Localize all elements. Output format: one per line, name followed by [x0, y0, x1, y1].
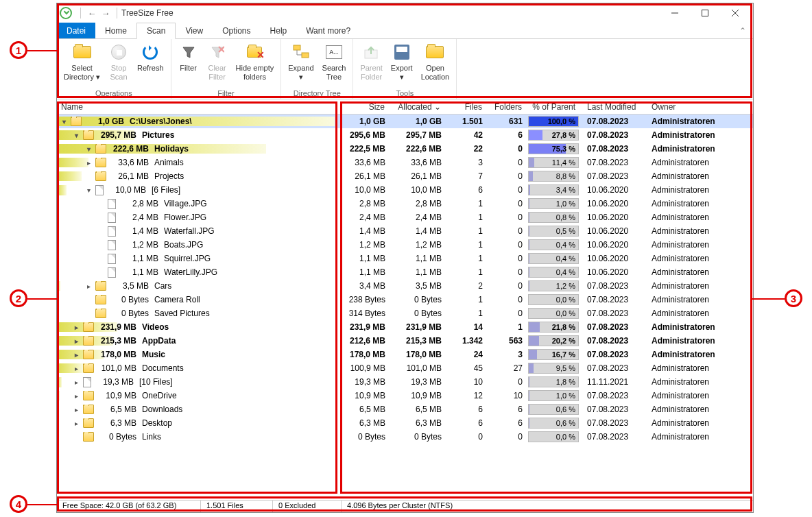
row-percent: 0,4 % — [527, 239, 580, 251]
row-allocated: 26,1 MB — [390, 171, 446, 181]
clear-filter-button[interactable]: ClearFilter — [203, 40, 232, 83]
menu-scan[interactable]: Scan — [136, 23, 176, 39]
parent-folder-button[interactable]: ParentFolder — [356, 40, 386, 83]
col-owner[interactable]: Owner — [645, 101, 741, 114]
menu-home[interactable]: Home — [95, 23, 136, 38]
menu-help[interactable]: Help — [261, 23, 297, 38]
expand-chevron[interactable]: ▸ — [72, 324, 80, 331]
tree-row[interactable]: ▾ 295,7 MB Pictures 295,6 MB 295,7 MB 42… — [57, 128, 753, 142]
expand-chevron[interactable]: ▸ — [84, 159, 93, 167]
stop-scan-button[interactable]: StopScan — [104, 40, 133, 83]
select-directory-button[interactable]: SelectDirectory ▾ — [60, 40, 104, 83]
expand-chevron[interactable]: ▸ — [72, 406, 80, 413]
content-area: Name Size Allocated ⌄ Files Folders % of… — [57, 101, 753, 498]
expand-chevron[interactable]: ▸ — [72, 392, 80, 400]
ribbon-collapse-button[interactable]: ⌃ — [732, 23, 753, 38]
expand-button[interactable]: Expand▾ — [284, 40, 318, 83]
tree-row[interactable]: ▸ 10,9 MB OneDrive 10,9 MB 10,9 MB 12 10… — [57, 389, 753, 402]
row-size-label: 1,0 GB — [86, 117, 124, 126]
hide-empty-button[interactable]: ✕Hide emptyfolders — [232, 40, 278, 83]
row-allocated: 1,0 GB — [390, 117, 446, 126]
tree-row[interactable]: ▸ 231,9 MB Videos 231,9 MB 231,9 MB 14 1… — [57, 320, 753, 334]
tree-row[interactable]: ▸ 178,0 MB Music 178,0 MB 178,0 MB 24 3 … — [57, 348, 753, 361]
minimize-button[interactable] — [660, 3, 690, 23]
col-files[interactable]: Files — [446, 101, 487, 114]
row-folders: 631 — [487, 117, 527, 126]
menu-file[interactable]: Datei — [57, 23, 95, 38]
col-percent[interactable]: % of Parent ... — [527, 101, 580, 114]
tree-row[interactable]: ▸ 6,5 MB Downloads 6,5 MB 6,5 MB 6 6 0,6… — [57, 402, 753, 416]
tree-row[interactable]: 0 Bytes Camera Roll 238 Bytes 0 Bytes 1 … — [57, 293, 753, 306]
tree-row[interactable]: 0 Bytes Links 0 Bytes 0 Bytes 0 0 0,0 % … — [57, 430, 753, 444]
col-size[interactable]: Size — [335, 101, 390, 114]
expand-chevron[interactable]: ▸ — [72, 351, 80, 359]
row-size-label: 6,5 MB — [98, 405, 136, 414]
export-button[interactable]: Export▾ — [387, 40, 417, 83]
tree-row[interactable]: ▾ 222,6 MB Holidays 222,5 MB 222,6 MB 22… — [57, 142, 753, 156]
tree-row[interactable]: 2,8 MB Village.JPG 2,8 MB 2,8 MB 1 0 1,0… — [57, 197, 753, 211]
expand-chevron[interactable]: ▸ — [84, 282, 93, 290]
folder-icon — [83, 405, 94, 414]
maximize-button[interactable] — [690, 3, 720, 23]
row-allocated: 0 Bytes — [390, 295, 446, 304]
app-window: ← → TreeSize Free Datei Home Scan View O… — [56, 3, 754, 513]
expand-chevron[interactable]: ▾ — [72, 132, 80, 139]
tree-row[interactable]: 0 Bytes Saved Pictures 314 Bytes 0 Bytes… — [57, 306, 753, 320]
row-percent: 0,4 % — [527, 266, 580, 278]
row-size: 2,8 MB — [335, 199, 390, 208]
menu-options[interactable]: Options — [213, 23, 260, 38]
menu-wantmore[interactable]: Want more? — [296, 23, 360, 38]
row-folders: 27 — [487, 363, 527, 373]
expand-chevron[interactable]: ▸ — [72, 337, 80, 345]
tree-row[interactable]: ▾ 1,0 GB C:\Users\Jones\ 1,0 GB 1,0 GB 1… — [57, 115, 753, 128]
refresh-button[interactable]: Refresh — [133, 40, 168, 74]
row-owner: Administratoren — [645, 226, 741, 236]
row-allocated: 1,1 MB — [390, 267, 446, 277]
col-modified[interactable]: Last Modified — [580, 101, 645, 114]
tree-row[interactable]: ▸ 6,3 MB Desktop 6,3 MB 6,3 MB 6 6 0,6 %… — [57, 416, 753, 430]
tree-row[interactable]: 1,1 MB WaterLilly.JPG 1,1 MB 1,1 MB 1 0 … — [57, 265, 753, 279]
row-owner: Administratoren — [645, 405, 741, 414]
tree-row[interactable]: ▸ 3,5 MB Cars 3,4 MB 3,5 MB 2 0 1,2 % 07… — [57, 279, 753, 293]
tree-row[interactable]: 2,4 MB Flower.JPG 2,4 MB 2,4 MB 1 0 0,8 … — [57, 211, 753, 224]
search-tree-button[interactable]: A...SearchTree — [318, 40, 350, 83]
expand-chevron[interactable]: ▾ — [60, 118, 68, 125]
folder-icon — [83, 391, 94, 400]
row-folders: 0 — [487, 281, 527, 291]
row-name: Holidays — [154, 144, 189, 154]
expand-chevron[interactable]: ▾ — [84, 187, 93, 194]
col-allocated[interactable]: Allocated ⌄ — [390, 101, 446, 114]
open-location-button[interactable]: OpenLocation — [417, 40, 454, 83]
tree-row[interactable]: ▸ 101,0 MB Documents 100,9 MB 101,0 MB 4… — [57, 361, 753, 375]
filter-button[interactable]: Filter — [174, 40, 203, 74]
row-folders: 0 — [487, 377, 527, 387]
tree-row[interactable]: 1,2 MB Boats.JPG 1,2 MB 1,2 MB 1 0 0,4 %… — [57, 238, 753, 252]
titlebar: ← → TreeSize Free — [57, 3, 753, 23]
tree-row[interactable]: ▸ 19,3 MB [10 Files] 19,3 MB 19,3 MB 10 … — [57, 375, 753, 389]
tree-row[interactable]: 1,4 MB Waterfall.JPG 1,4 MB 1,4 MB 1 0 0… — [57, 224, 753, 238]
expand-chevron[interactable]: ▾ — [84, 145, 93, 153]
expand-chevron[interactable]: ▸ — [72, 378, 80, 386]
expand-chevron[interactable]: ▸ — [72, 420, 80, 427]
col-folders[interactable]: Folders — [487, 101, 527, 114]
row-size-label: 1,4 MB — [120, 226, 158, 236]
col-name[interactable]: Name — [57, 101, 335, 114]
row-modified: 07.08.2023 — [580, 418, 645, 428]
folder-icon — [95, 281, 106, 291]
nav-back-button[interactable]: ← — [86, 7, 98, 19]
row-folders: 563 — [487, 336, 527, 346]
close-button[interactable] — [720, 3, 750, 23]
tree-row[interactable]: ▸ 215,3 MB AppData 212,6 MB 215,3 MB 1.3… — [57, 334, 753, 348]
row-modified: 07.08.2023 — [580, 432, 645, 442]
tree-row[interactable]: ▸ 33,6 MB Animals 33,6 MB 33,6 MB 3 0 11… — [57, 156, 753, 169]
tree-row[interactable]: ▾ 10,0 MB [6 Files] 10,0 MB 10,0 MB 6 0 … — [57, 183, 753, 197]
expand-chevron[interactable]: ▸ — [72, 365, 80, 372]
menu-view[interactable]: View — [176, 23, 213, 38]
column-headers: Name Size Allocated ⌄ Files Folders % of… — [57, 101, 753, 115]
row-owner: Administratoren — [645, 336, 741, 346]
tree-row[interactable]: 26,1 MB Projects 26,1 MB 26,1 MB 7 0 8,8… — [57, 169, 753, 183]
row-folders: 0 — [487, 226, 527, 236]
nav-forward-button[interactable]: → — [99, 7, 112, 19]
row-allocated: 19,3 MB — [390, 377, 446, 387]
tree-row[interactable]: 1,1 MB Squirrel.JPG 1,1 MB 1,1 MB 1 0 0,… — [57, 252, 753, 265]
